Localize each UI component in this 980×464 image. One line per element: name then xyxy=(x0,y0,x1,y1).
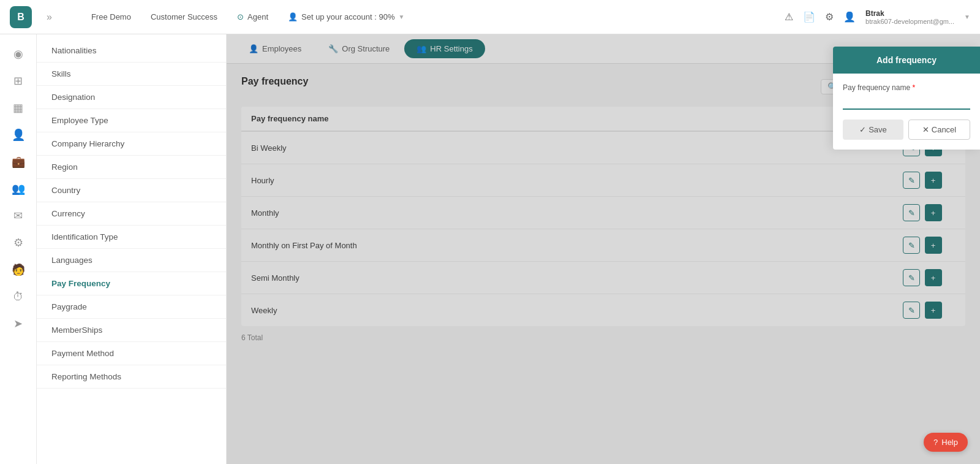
user-dropdown-icon[interactable]: ▼ xyxy=(964,13,970,20)
save-button[interactable]: ✓ Save xyxy=(843,120,903,140)
close-icon: ✕ xyxy=(922,125,929,134)
help-button[interactable]: ? Help xyxy=(924,433,968,452)
nav-sidebar-item-employee-type[interactable]: Employee Type xyxy=(37,109,226,132)
app-logo[interactable]: B xyxy=(10,6,32,28)
nav-sidebar-item-country[interactable]: Country xyxy=(37,179,226,202)
main-content: 👤 Employees 🔧 Org Structure 👥 HR Setting… xyxy=(227,34,980,464)
alert-icon[interactable]: ⚠ xyxy=(785,11,793,23)
nav-icon-dashboard[interactable]: ◉ xyxy=(6,42,31,66)
nav-sidebar-item-pay-frequency[interactable]: Pay Frequency xyxy=(37,272,226,295)
nav-sidebar-item-payment-method[interactable]: Payment Method xyxy=(37,342,226,365)
nav-sidebar-item-company-hierarchy[interactable]: Company Hierarchy xyxy=(37,132,226,156)
cancel-button[interactable]: ✕ Cancel xyxy=(908,120,970,140)
customer-success-link[interactable]: Customer Success xyxy=(151,12,217,21)
nav-sidebar-item-skills[interactable]: Skills xyxy=(37,63,226,86)
popup-actions: ✓ Save ✕ Cancel xyxy=(843,120,970,140)
nav-sidebar-item-currency[interactable]: Currency xyxy=(37,202,226,226)
nav-sidebar-item-reporting-methods[interactable]: Reporting Methods xyxy=(37,365,226,389)
nav-icon-settings[interactable]: ⚙ xyxy=(6,230,31,255)
user-circle-icon[interactable]: 👤 xyxy=(843,11,856,23)
nav-icon-mail[interactable]: ✉ xyxy=(6,203,31,228)
top-nav-links: Free Demo Customer Success ⊙ Agent 👤 Set… xyxy=(91,12,405,21)
nav-icon-profile[interactable]: 🧑 xyxy=(6,257,31,282)
popup-title: Add frequency xyxy=(833,47,980,74)
nav-sidebar-item-identification-type[interactable]: Identification Type xyxy=(37,226,226,249)
user-name: Btrak xyxy=(865,9,954,18)
nav-icon-grid[interactable]: ⊞ xyxy=(6,69,31,93)
document-icon[interactable]: 📄 xyxy=(803,11,815,23)
icon-sidebar: ◉ ⊞ ▦ 👤 💼 👥 ✉ ⚙ 🧑 ⏱ ➤ xyxy=(0,34,37,464)
nav-icon-clock[interactable]: ⏱ xyxy=(6,284,31,309)
user-info[interactable]: Btrak btrak607-development@gm... xyxy=(865,9,954,25)
user-email: btrak607-development@gm... xyxy=(865,18,954,25)
nav-sidebar: NationalitiesSkillsDesignationEmployee T… xyxy=(37,34,227,464)
nav-sidebar-item-region[interactable]: Region xyxy=(37,156,226,179)
setup-link[interactable]: 👤 Set up your account : 90% ▼ xyxy=(288,12,404,21)
nav-icon-briefcase[interactable]: 💼 xyxy=(6,150,31,174)
nav-icon-group[interactable]: 👥 xyxy=(6,177,31,201)
popup-frequency-input[interactable] xyxy=(843,94,970,110)
check-icon: ✓ xyxy=(859,125,866,134)
free-demo-link[interactable]: Free Demo xyxy=(91,12,131,21)
nav-sidebar-item-languages[interactable]: Languages xyxy=(37,249,226,272)
nav-sidebar-item-designation[interactable]: Designation xyxy=(37,86,226,109)
help-icon: ? xyxy=(933,438,938,447)
agent-link[interactable]: ⊙ Agent xyxy=(237,12,268,21)
nav-sidebar-item-memberships[interactable]: MemberShips xyxy=(37,319,226,342)
top-nav-right: ⚠ 📄 ⚙ 👤 Btrak btrak607-development@gm...… xyxy=(785,9,970,25)
nav-sidebar-item-nationalities[interactable]: Nationalities xyxy=(37,39,226,63)
add-frequency-popup: Add frequency Pay frequency name * ✓ Sav… xyxy=(833,47,980,150)
main-layout: ◉ ⊞ ▦ 👤 💼 👥 ✉ ⚙ 🧑 ⏱ ➤ NationalitiesSkill… xyxy=(0,34,980,464)
nav-icon-calendar[interactable]: ▦ xyxy=(6,96,31,120)
nav-icon-person[interactable]: 👤 xyxy=(6,123,31,147)
popup-required-indicator: * xyxy=(912,83,915,92)
nav-sidebar-item-paygrade[interactable]: Paygrade xyxy=(37,295,226,319)
expand-icon[interactable]: » xyxy=(47,12,52,23)
gear-icon[interactable]: ⚙ xyxy=(825,11,834,23)
popup-body: Pay frequency name * ✓ Save ✕ Cancel xyxy=(833,74,980,150)
nav-icon-send[interactable]: ➤ xyxy=(6,311,31,336)
top-nav: B » Free Demo Customer Success ⊙ Agent 👤… xyxy=(0,0,980,34)
popup-field-label: Pay frequency name * xyxy=(843,83,970,92)
